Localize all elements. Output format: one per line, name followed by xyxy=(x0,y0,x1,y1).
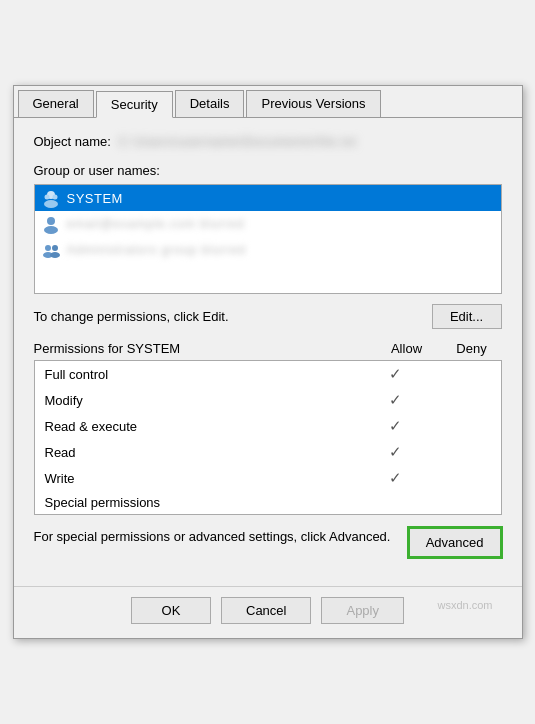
ok-button[interactable]: OK xyxy=(131,597,211,624)
user-name-3: Administrators group blurred xyxy=(67,243,246,257)
svg-point-2 xyxy=(44,195,49,200)
change-perms-row: To change permissions, click Edit. Edit.… xyxy=(34,304,502,329)
svg-point-8 xyxy=(52,245,58,251)
perm-row-read: Read ✓ xyxy=(35,439,501,465)
apply-button[interactable]: Apply xyxy=(321,597,404,624)
object-name-value: C:\Users\username\Documents\file.txt xyxy=(119,135,357,149)
tab-general[interactable]: General xyxy=(18,90,94,117)
advanced-button[interactable]: Advanced xyxy=(408,527,502,558)
perm-special-name: Special permissions xyxy=(45,495,361,510)
perm-row-modify: Modify ✓ xyxy=(35,387,501,413)
perm-write-name: Write xyxy=(45,471,361,486)
user-item-3[interactable]: Administrators group blurred xyxy=(35,237,501,263)
perm-read-allow: ✓ xyxy=(361,443,431,461)
tab-previous-versions[interactable]: Previous Versions xyxy=(246,90,380,117)
dialog-footer: OK Cancel Apply xyxy=(14,586,522,638)
permissions-title: Permissions for SYSTEM xyxy=(34,341,372,356)
perm-readexecute-allow: ✓ xyxy=(361,417,431,435)
watermark: wsxdn.com xyxy=(437,599,492,611)
perm-fullcontrol-name: Full control xyxy=(45,367,361,382)
tab-security[interactable]: Security xyxy=(96,91,173,118)
user2-icon xyxy=(41,214,61,234)
perm-fullcontrol-allow: ✓ xyxy=(361,365,431,383)
advanced-row: For special permissions or advanced sett… xyxy=(34,527,502,558)
permissions-header: Permissions for SYSTEM Allow Deny xyxy=(34,341,502,356)
user-item-system[interactable]: SYSTEM xyxy=(35,185,501,211)
cancel-button[interactable]: Cancel xyxy=(221,597,311,624)
user-item-2[interactable]: email@example.com blurred xyxy=(35,211,501,237)
edit-button[interactable]: Edit... xyxy=(432,304,502,329)
change-perms-text: To change permissions, click Edit. xyxy=(34,309,229,324)
group-users-label: Group or user names: xyxy=(34,163,502,178)
security-dialog: General Security Details Previous Versio… xyxy=(13,85,523,639)
svg-point-5 xyxy=(44,226,58,234)
perm-modify-name: Modify xyxy=(45,393,361,408)
tab-bar: General Security Details Previous Versio… xyxy=(14,86,522,118)
perm-row-write: Write ✓ xyxy=(35,465,501,491)
object-name-label: Object name: xyxy=(34,134,111,149)
user3-icon xyxy=(41,240,61,260)
perm-write-allow: ✓ xyxy=(361,469,431,487)
user-name-2: email@example.com blurred xyxy=(67,217,245,231)
permissions-table: Full control ✓ Modify ✓ Read & execute ✓… xyxy=(34,360,502,515)
advanced-text: For special permissions or advanced sett… xyxy=(34,527,408,547)
tab-details[interactable]: Details xyxy=(175,90,245,117)
svg-point-4 xyxy=(47,217,55,225)
svg-point-9 xyxy=(50,252,60,258)
perm-modify-allow: ✓ xyxy=(361,391,431,409)
users-list: SYSTEM email@example.com blurred xyxy=(34,184,502,294)
svg-point-1 xyxy=(44,200,58,208)
perm-readexecute-name: Read & execute xyxy=(45,419,361,434)
permissions-deny-label: Deny xyxy=(442,341,502,356)
svg-point-6 xyxy=(45,245,51,251)
perm-read-name: Read xyxy=(45,445,361,460)
tab-content: Object name: C:\Users\username\Documents… xyxy=(14,118,522,586)
system-user-icon xyxy=(41,188,61,208)
perm-row-special: Special permissions xyxy=(35,491,501,514)
permissions-allow-label: Allow xyxy=(372,341,442,356)
user-name-system: SYSTEM xyxy=(67,191,123,206)
perm-row-fullcontrol: Full control ✓ xyxy=(35,361,501,387)
object-name-row: Object name: C:\Users\username\Documents… xyxy=(34,134,502,149)
svg-point-3 xyxy=(52,195,57,200)
perm-row-readexecute: Read & execute ✓ xyxy=(35,413,501,439)
